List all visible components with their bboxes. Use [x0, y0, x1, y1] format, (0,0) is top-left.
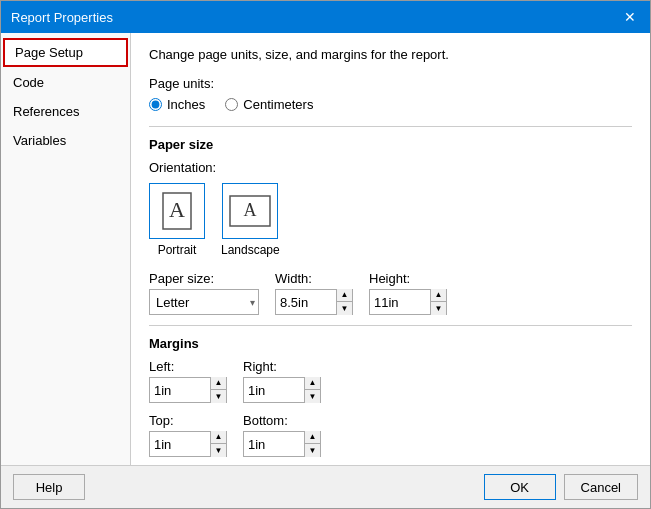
width-spin-buttons: ▲ ▼ — [336, 289, 352, 315]
bottom-spin-buttons: ▲ ▼ — [304, 431, 320, 457]
paper-size-field: Paper size: Letter A4 Legal ▾ — [149, 271, 259, 315]
bottom-spin-up[interactable]: ▲ — [304, 431, 320, 444]
width-label: Width: — [275, 271, 353, 286]
width-spin: 8.5in ▲ ▼ — [275, 289, 353, 315]
centimeters-radio-option[interactable]: Centimeters — [225, 97, 313, 112]
landscape-option[interactable]: A Landscape — [221, 183, 280, 257]
height-spin-down[interactable]: ▼ — [430, 302, 446, 315]
bottom-input[interactable] — [244, 432, 304, 456]
cancel-button[interactable]: Cancel — [564, 474, 638, 500]
page-units-label: Page units: — [149, 76, 632, 91]
top-spin: ▲ ▼ — [149, 431, 227, 457]
right-spin-up[interactable]: ▲ — [304, 377, 320, 390]
paper-size-section: Paper size Orientation: A Portrait — [149, 126, 632, 315]
portrait-icon: A — [149, 183, 205, 239]
top-field: Top: ▲ ▼ — [149, 413, 227, 457]
centimeters-radio[interactable] — [225, 98, 238, 111]
landscape-icon: A — [222, 183, 278, 239]
margins-left-right-row: Left: ▲ ▼ Right: — [149, 359, 632, 403]
page-description: Change page units, size, and margins for… — [149, 47, 632, 62]
sidebar-item-references[interactable]: References — [1, 97, 130, 126]
left-input[interactable] — [150, 378, 210, 402]
inches-label: Inches — [167, 97, 205, 112]
close-button[interactable]: ✕ — [620, 7, 640, 27]
sidebar-item-page-setup[interactable]: Page Setup — [3, 38, 128, 67]
height-input[interactable]: 11in — [370, 290, 430, 314]
height-spin-up[interactable]: ▲ — [430, 289, 446, 302]
width-field: Width: 8.5in ▲ ▼ — [275, 271, 353, 315]
margins-top-bottom-row: Top: ▲ ▼ Bottom: — [149, 413, 632, 457]
height-spin: 11in ▲ ▼ — [369, 289, 447, 315]
bottom-field: Bottom: ▲ ▼ — [243, 413, 321, 457]
sidebar: Page Setup Code References Variables — [1, 33, 131, 465]
svg-text:A: A — [244, 200, 257, 220]
orientation-group: A Portrait A Landscape — [149, 183, 632, 257]
margins-section: Margins Left: ▲ ▼ Ri — [149, 325, 632, 457]
orientation-label: Orientation: — [149, 160, 632, 175]
right-spin-down[interactable]: ▼ — [304, 390, 320, 403]
top-spin-down[interactable]: ▼ — [210, 444, 226, 457]
paper-size-section-title: Paper size — [149, 137, 632, 152]
inches-radio-option[interactable]: Inches — [149, 97, 205, 112]
left-spin-buttons: ▲ ▼ — [210, 377, 226, 403]
right-input[interactable] — [244, 378, 304, 402]
height-field: Height: 11in ▲ ▼ — [369, 271, 447, 315]
top-spin-up[interactable]: ▲ — [210, 431, 226, 444]
ok-cancel-group: OK Cancel — [484, 474, 638, 500]
paper-size-label: Paper size: — [149, 271, 259, 286]
page-units-radio-group: Inches Centimeters — [149, 97, 632, 112]
ok-button[interactable]: OK — [484, 474, 556, 500]
top-label: Top: — [149, 413, 227, 428]
bottom-spin-down[interactable]: ▼ — [304, 444, 320, 457]
centimeters-label: Centimeters — [243, 97, 313, 112]
dialog-title: Report Properties — [11, 10, 113, 25]
sidebar-item-variables[interactable]: Variables — [1, 126, 130, 155]
dialog-footer: Help OK Cancel — [1, 465, 650, 508]
help-button[interactable]: Help — [13, 474, 85, 500]
inches-radio[interactable] — [149, 98, 162, 111]
svg-text:A: A — [169, 197, 185, 222]
top-spin-buttons: ▲ ▼ — [210, 431, 226, 457]
right-spin: ▲ ▼ — [243, 377, 321, 403]
width-input[interactable]: 8.5in — [276, 290, 336, 314]
bottom-label: Bottom: — [243, 413, 321, 428]
landscape-label: Landscape — [221, 243, 280, 257]
margins-title: Margins — [149, 336, 632, 351]
dialog-body: Page Setup Code References Variables Cha… — [1, 33, 650, 465]
main-content: Change page units, size, and margins for… — [131, 33, 650, 465]
left-label: Left: — [149, 359, 227, 374]
paper-size-row: Paper size: Letter A4 Legal ▾ Width: — [149, 271, 632, 315]
left-spin-up[interactable]: ▲ — [210, 377, 226, 390]
width-spin-down[interactable]: ▼ — [336, 302, 352, 315]
height-label: Height: — [369, 271, 447, 286]
title-bar: Report Properties ✕ — [1, 1, 650, 33]
right-field: Right: ▲ ▼ — [243, 359, 321, 403]
paper-size-select-wrapper: Letter A4 Legal ▾ — [149, 289, 259, 315]
top-input[interactable] — [150, 432, 210, 456]
paper-size-select[interactable]: Letter A4 Legal — [149, 289, 259, 315]
portrait-label: Portrait — [158, 243, 197, 257]
height-spin-buttons: ▲ ▼ — [430, 289, 446, 315]
right-spin-buttons: ▲ ▼ — [304, 377, 320, 403]
width-spin-up[interactable]: ▲ — [336, 289, 352, 302]
left-spin-down[interactable]: ▼ — [210, 390, 226, 403]
left-field: Left: ▲ ▼ — [149, 359, 227, 403]
bottom-spin: ▲ ▼ — [243, 431, 321, 457]
left-spin: ▲ ▼ — [149, 377, 227, 403]
sidebar-item-code[interactable]: Code — [1, 68, 130, 97]
report-properties-dialog: Report Properties ✕ Page Setup Code Refe… — [0, 0, 651, 509]
portrait-option[interactable]: A Portrait — [149, 183, 205, 257]
right-label: Right: — [243, 359, 321, 374]
